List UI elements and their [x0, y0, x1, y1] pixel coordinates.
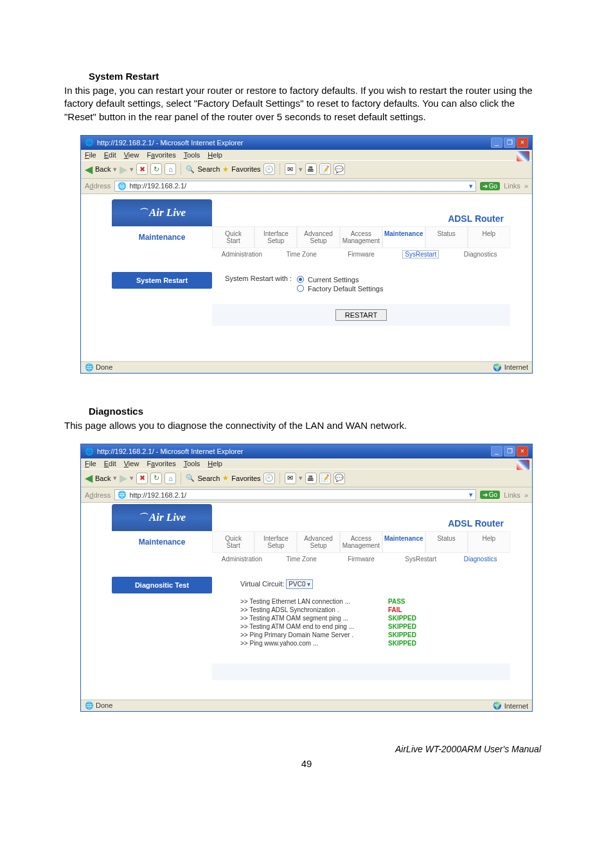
- ie-toolbar: ◀ Back ▾ ▶ ▾ ✖ ↻ ⌂ 🔍 Search ★ Favorites …: [81, 160, 532, 179]
- radio-current-settings[interactable]: [297, 276, 304, 283]
- ie-statusbar: 🌐 Done 🌍Internet: [81, 700, 532, 711]
- menu-file[interactable]: File: [85, 460, 96, 467]
- tab-help[interactable]: Help: [468, 226, 510, 248]
- history-icon[interactable]: 🕘: [263, 163, 275, 175]
- go-button[interactable]: ➔Go: [480, 182, 500, 190]
- back-icon[interactable]: ◀: [85, 163, 93, 176]
- radio-factory-defaults[interactable]: [297, 285, 304, 292]
- subtab-diagnostics[interactable]: Diagnostics: [450, 248, 510, 260]
- address-input[interactable]: 🌐 http://192.168.2.1/ ▾: [114, 181, 475, 192]
- subtab-timezone[interactable]: Time Zone: [272, 553, 332, 565]
- subtab-sysrestart[interactable]: SysRestart: [391, 248, 450, 260]
- close-button[interactable]: ×: [517, 446, 528, 457]
- favorites-label[interactable]: Favorites: [231, 165, 260, 173]
- subtab-timezone[interactable]: Time Zone: [272, 248, 332, 260]
- back-icon[interactable]: ◀: [85, 472, 93, 484]
- subtab-sysrestart[interactable]: SysRestart: [391, 553, 450, 565]
- go-button[interactable]: ➔Go: [480, 491, 500, 499]
- refresh-icon[interactable]: ↻: [150, 163, 162, 175]
- favorites-icon[interactable]: ★: [222, 474, 229, 482]
- print-icon[interactable]: 🖶: [305, 163, 317, 175]
- edit-icon[interactable]: 📝: [319, 473, 331, 484]
- search-icon[interactable]: 🔍: [186, 474, 195, 482]
- test-label: >> Testing ATM OAM segment ping ...: [240, 615, 388, 622]
- subtab-firmware[interactable]: Firmware: [332, 248, 391, 260]
- virtual-circuit-value: PVC0: [289, 581, 305, 588]
- refresh-icon[interactable]: ↻: [150, 473, 162, 484]
- stop-icon[interactable]: ✖: [136, 163, 148, 175]
- maximize-button[interactable]: ❐: [504, 446, 515, 457]
- dropdown-icon[interactable]: ▾: [469, 491, 473, 499]
- tab-interface-setup[interactable]: InterfaceSetup: [254, 531, 297, 553]
- menu-help[interactable]: Help: [208, 460, 222, 467]
- mail-icon[interactable]: ✉: [285, 163, 296, 175]
- subtab-administration[interactable]: Administration: [212, 248, 272, 260]
- test-label: >> Testing ATM OAM end to end ping ...: [240, 623, 388, 630]
- favorites-icon[interactable]: ★: [222, 165, 229, 174]
- discuss-icon[interactable]: 💬: [333, 163, 345, 175]
- address-input[interactable]: 🌐 http://192.168.2.1/ ▾: [114, 489, 475, 500]
- menu-tools[interactable]: Tools: [184, 151, 200, 159]
- tab-advanced-setup[interactable]: AdvancedSetup: [297, 226, 339, 248]
- tab-help[interactable]: Help: [468, 531, 510, 553]
- test-row: >> Ping www.yahoo.com ...SKIPPED: [240, 640, 508, 647]
- tab-access-management[interactable]: AccessManagement: [340, 531, 382, 553]
- tab-status[interactable]: Status: [425, 226, 468, 248]
- ie-app-icon: 🌐: [85, 448, 94, 456]
- dropdown-icon[interactable]: ▾: [469, 182, 473, 190]
- tab-status[interactable]: Status: [425, 531, 468, 553]
- tab-advanced-setup[interactable]: AdvancedSetup: [297, 531, 339, 553]
- mail-icon[interactable]: ✉: [285, 473, 296, 484]
- menu-view[interactable]: View: [124, 460, 139, 467]
- links-label[interactable]: Links: [504, 491, 520, 499]
- restart-prompt: System Restart with :: [221, 275, 292, 294]
- address-label: Address: [85, 491, 111, 499]
- home-icon[interactable]: ⌂: [164, 163, 176, 175]
- subtab-administration[interactable]: Administration: [212, 553, 272, 565]
- menu-view[interactable]: View: [124, 151, 139, 159]
- menu-tools[interactable]: Tools: [184, 460, 200, 467]
- menu-favorites[interactable]: Favorites: [147, 460, 175, 467]
- test-row: >> Testing ATM OAM end to end ping ...SK…: [240, 623, 508, 630]
- close-button[interactable]: ×: [517, 138, 528, 148]
- back-label[interactable]: Back: [95, 475, 111, 482]
- subtab-diagnostics[interactable]: Diagnostics: [450, 553, 510, 565]
- search-label[interactable]: Search: [197, 475, 220, 482]
- tab-interface-setup[interactable]: InterfaceSetup: [254, 226, 297, 248]
- tab-quick-start[interactable]: QuickStart: [212, 226, 254, 248]
- subtab-firmware[interactable]: Firmware: [332, 553, 391, 565]
- maximize-button[interactable]: ❐: [504, 138, 515, 148]
- minimize-button[interactable]: _: [491, 138, 502, 148]
- menu-file[interactable]: File: [85, 151, 96, 159]
- ie-window-diagnostics: 🌐 http://192.168.2.1/ - Microsoft Intern…: [80, 444, 533, 712]
- stop-icon[interactable]: ✖: [136, 473, 148, 484]
- history-icon[interactable]: 🕘: [263, 473, 275, 484]
- tab-maintenance[interactable]: Maintenance: [382, 226, 425, 248]
- menu-help[interactable]: Help: [208, 151, 222, 159]
- ie-throbber-icon: [517, 460, 529, 470]
- search-label[interactable]: Search: [197, 165, 220, 173]
- back-label[interactable]: Back: [95, 165, 111, 173]
- tab-quick-start[interactable]: QuickStart: [212, 531, 254, 553]
- links-label[interactable]: Links: [504, 182, 520, 190]
- test-label: >> Testing Ethernet LAN connection ...: [240, 598, 388, 605]
- restart-button[interactable]: RESTART: [335, 309, 387, 321]
- menu-edit[interactable]: Edit: [104, 460, 116, 467]
- menu-edit[interactable]: Edit: [104, 151, 116, 159]
- favorites-label[interactable]: Favorites: [231, 475, 260, 482]
- home-icon[interactable]: ⌂: [164, 473, 176, 484]
- virtual-circuit-select[interactable]: PVC0 ▾: [286, 579, 313, 589]
- banding-strip: [212, 664, 510, 680]
- tab-maintenance[interactable]: Maintenance: [382, 531, 425, 553]
- menu-favorites[interactable]: Favorites: [147, 151, 175, 159]
- ie-app-icon: 🌐: [85, 138, 94, 147]
- edit-icon[interactable]: 📝: [319, 163, 331, 175]
- test-row: >> Testing Ethernet LAN connection ...PA…: [240, 598, 508, 605]
- minimize-button[interactable]: _: [491, 446, 502, 457]
- radio-current-label: Current Settings: [308, 276, 359, 284]
- print-icon[interactable]: 🖶: [305, 473, 317, 484]
- top-tabs: QuickStart InterfaceSetup AdvancedSetup …: [212, 531, 510, 553]
- tab-access-management[interactable]: AccessManagement: [340, 226, 382, 248]
- search-icon[interactable]: 🔍: [186, 165, 195, 174]
- discuss-icon[interactable]: 💬: [333, 473, 345, 484]
